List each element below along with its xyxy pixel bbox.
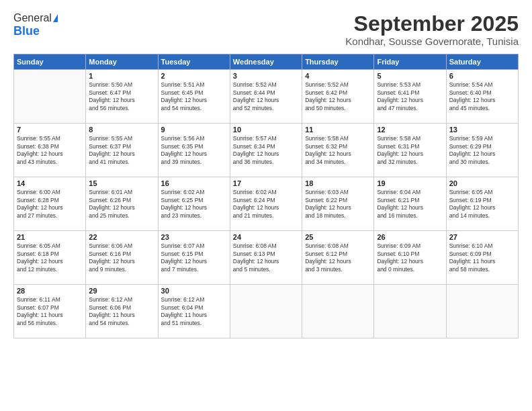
calendar-cell xyxy=(302,285,374,338)
calendar-body: 1Sunrise: 5:50 AMSunset: 6:47 PMDaylight… xyxy=(14,70,519,338)
day-number: 30 xyxy=(161,287,227,295)
weekday-header-friday: Friday xyxy=(374,54,446,70)
calendar-cell: 23Sunrise: 6:07 AMSunset: 6:15 PMDayligh… xyxy=(158,231,230,285)
calendar-week-row: 28Sunrise: 6:11 AMSunset: 6:07 PMDayligh… xyxy=(14,285,519,338)
day-info: Sunrise: 6:12 AMSunset: 6:04 PMDaylight:… xyxy=(161,296,227,327)
calendar-cell: 29Sunrise: 6:12 AMSunset: 6:06 PMDayligh… xyxy=(86,285,158,338)
day-info: Sunrise: 5:59 AMSunset: 6:29 PMDaylight:… xyxy=(449,135,515,166)
day-number: 12 xyxy=(377,126,443,134)
day-info: Sunrise: 6:08 AMSunset: 6:13 PMDaylight:… xyxy=(233,242,299,273)
day-info: Sunrise: 5:56 AMSunset: 6:35 PMDaylight:… xyxy=(161,135,227,166)
calendar-cell: 21Sunrise: 6:05 AMSunset: 6:18 PMDayligh… xyxy=(14,231,86,285)
logo-blue-text: Blue xyxy=(13,24,40,38)
calendar-cell: 5Sunrise: 5:53 AMSunset: 6:41 PMDaylight… xyxy=(374,70,446,124)
day-info: Sunrise: 5:58 AMSunset: 6:31 PMDaylight:… xyxy=(377,135,443,166)
weekday-header-thursday: Thursday xyxy=(302,54,374,70)
day-info: Sunrise: 5:50 AMSunset: 6:47 PMDaylight:… xyxy=(89,81,154,112)
day-info: Sunrise: 6:00 AMSunset: 6:28 PMDaylight:… xyxy=(17,189,83,220)
calendar-cell: 7Sunrise: 5:55 AMSunset: 6:38 PMDaylight… xyxy=(14,124,86,177)
header: General Blue September 2025 Kondhar, Sou… xyxy=(13,12,519,47)
calendar-week-row: 1Sunrise: 5:50 AMSunset: 6:47 PMDaylight… xyxy=(14,70,519,124)
day-number: 3 xyxy=(233,72,299,80)
day-info: Sunrise: 5:55 AMSunset: 6:38 PMDaylight:… xyxy=(17,135,83,166)
day-info: Sunrise: 5:51 AMSunset: 6:45 PMDaylight:… xyxy=(161,81,227,112)
day-info: Sunrise: 6:06 AMSunset: 6:16 PMDaylight:… xyxy=(89,242,154,273)
calendar-cell: 17Sunrise: 6:02 AMSunset: 6:24 PMDayligh… xyxy=(230,177,302,231)
calendar-title: September 2025 xyxy=(345,12,519,36)
calendar-cell xyxy=(230,285,302,338)
day-number: 22 xyxy=(89,233,154,241)
calendar-cell: 20Sunrise: 6:05 AMSunset: 6:19 PMDayligh… xyxy=(446,177,518,231)
day-info: Sunrise: 6:10 AMSunset: 6:09 PMDaylight:… xyxy=(449,242,515,273)
day-number: 8 xyxy=(89,126,154,134)
calendar-week-row: 14Sunrise: 6:00 AMSunset: 6:28 PMDayligh… xyxy=(14,177,519,231)
day-info: Sunrise: 6:11 AMSunset: 6:07 PMDaylight:… xyxy=(17,296,83,327)
day-info: Sunrise: 5:58 AMSunset: 6:32 PMDaylight:… xyxy=(305,135,371,166)
day-info: Sunrise: 6:05 AMSunset: 6:18 PMDaylight:… xyxy=(17,242,83,273)
day-number: 23 xyxy=(161,233,227,241)
day-number: 10 xyxy=(233,126,299,134)
day-info: Sunrise: 6:03 AMSunset: 6:22 PMDaylight:… xyxy=(305,189,371,220)
title-block: September 2025 Kondhar, Sousse Governora… xyxy=(345,12,519,47)
calendar-week-row: 21Sunrise: 6:05 AMSunset: 6:18 PMDayligh… xyxy=(14,231,519,285)
calendar-cell: 15Sunrise: 6:01 AMSunset: 6:26 PMDayligh… xyxy=(86,177,158,231)
day-info: Sunrise: 6:02 AMSunset: 6:25 PMDaylight:… xyxy=(161,189,227,220)
calendar-cell: 26Sunrise: 6:09 AMSunset: 6:10 PMDayligh… xyxy=(374,231,446,285)
calendar-cell: 16Sunrise: 6:02 AMSunset: 6:25 PMDayligh… xyxy=(158,177,230,231)
calendar-cell: 27Sunrise: 6:10 AMSunset: 6:09 PMDayligh… xyxy=(446,231,518,285)
day-number: 2 xyxy=(161,72,227,80)
weekday-header-wednesday: Wednesday xyxy=(230,54,302,70)
day-number: 14 xyxy=(17,179,83,187)
calendar-cell: 25Sunrise: 6:08 AMSunset: 6:12 PMDayligh… xyxy=(302,231,374,285)
calendar-cell: 9Sunrise: 5:56 AMSunset: 6:35 PMDaylight… xyxy=(158,124,230,177)
day-info: Sunrise: 5:52 AMSunset: 6:44 PMDaylight:… xyxy=(233,81,299,112)
calendar-cell: 19Sunrise: 6:04 AMSunset: 6:21 PMDayligh… xyxy=(374,177,446,231)
day-number: 16 xyxy=(161,179,227,187)
calendar-cell: 22Sunrise: 6:06 AMSunset: 6:16 PMDayligh… xyxy=(86,231,158,285)
calendar-subtitle: Kondhar, Sousse Governorate, Tunisia xyxy=(345,36,519,47)
day-number: 1 xyxy=(89,72,154,80)
day-number: 19 xyxy=(377,179,443,187)
calendar-cell: 12Sunrise: 5:58 AMSunset: 6:31 PMDayligh… xyxy=(374,124,446,177)
day-number: 24 xyxy=(233,233,299,241)
calendar-cell: 14Sunrise: 6:00 AMSunset: 6:28 PMDayligh… xyxy=(14,177,86,231)
weekday-header-monday: Monday xyxy=(86,54,158,70)
calendar-cell: 11Sunrise: 5:58 AMSunset: 6:32 PMDayligh… xyxy=(302,124,374,177)
day-number: 15 xyxy=(89,179,154,187)
weekday-header-sunday: Sunday xyxy=(14,54,86,70)
logo-arrow-icon xyxy=(53,14,58,22)
calendar-cell: 3Sunrise: 5:52 AMSunset: 6:44 PMDaylight… xyxy=(230,70,302,124)
day-info: Sunrise: 5:57 AMSunset: 6:34 PMDaylight:… xyxy=(233,135,299,166)
weekday-header-saturday: Saturday xyxy=(446,54,518,70)
weekday-header-row: SundayMondayTuesdayWednesdayThursdayFrid… xyxy=(14,54,519,70)
calendar-cell: 2Sunrise: 5:51 AMSunset: 6:45 PMDaylight… xyxy=(158,70,230,124)
day-info: Sunrise: 6:09 AMSunset: 6:10 PMDaylight:… xyxy=(377,242,443,273)
page: General Blue September 2025 Kondhar, Sou… xyxy=(0,0,532,411)
day-number: 26 xyxy=(377,233,443,241)
day-info: Sunrise: 6:02 AMSunset: 6:24 PMDaylight:… xyxy=(233,189,299,220)
day-info: Sunrise: 5:54 AMSunset: 6:40 PMDaylight:… xyxy=(449,81,515,112)
day-number: 17 xyxy=(233,179,299,187)
day-number: 13 xyxy=(449,126,515,134)
calendar-table: SundayMondayTuesdayWednesdayThursdayFrid… xyxy=(13,54,519,338)
day-info: Sunrise: 5:55 AMSunset: 6:37 PMDaylight:… xyxy=(89,135,154,166)
day-number: 27 xyxy=(449,233,515,241)
day-number: 25 xyxy=(305,233,371,241)
calendar-cell: 8Sunrise: 5:55 AMSunset: 6:37 PMDaylight… xyxy=(86,124,158,177)
day-number: 29 xyxy=(89,287,154,295)
day-info: Sunrise: 6:01 AMSunset: 6:26 PMDaylight:… xyxy=(89,189,154,220)
day-info: Sunrise: 6:08 AMSunset: 6:12 PMDaylight:… xyxy=(305,242,371,273)
day-info: Sunrise: 5:53 AMSunset: 6:41 PMDaylight:… xyxy=(377,81,443,112)
day-number: 6 xyxy=(449,72,515,80)
day-info: Sunrise: 6:12 AMSunset: 6:06 PMDaylight:… xyxy=(89,296,154,327)
day-number: 28 xyxy=(17,287,83,295)
calendar-cell: 13Sunrise: 5:59 AMSunset: 6:29 PMDayligh… xyxy=(446,124,518,177)
weekday-header-tuesday: Tuesday xyxy=(158,54,230,70)
day-info: Sunrise: 6:04 AMSunset: 6:21 PMDaylight:… xyxy=(377,189,443,220)
calendar-week-row: 7Sunrise: 5:55 AMSunset: 6:38 PMDaylight… xyxy=(14,124,519,177)
day-number: 5 xyxy=(377,72,443,80)
day-info: Sunrise: 5:52 AMSunset: 6:42 PMDaylight:… xyxy=(305,81,371,112)
calendar-cell: 24Sunrise: 6:08 AMSunset: 6:13 PMDayligh… xyxy=(230,231,302,285)
day-info: Sunrise: 6:07 AMSunset: 6:15 PMDaylight:… xyxy=(161,242,227,273)
day-number: 9 xyxy=(161,126,227,134)
